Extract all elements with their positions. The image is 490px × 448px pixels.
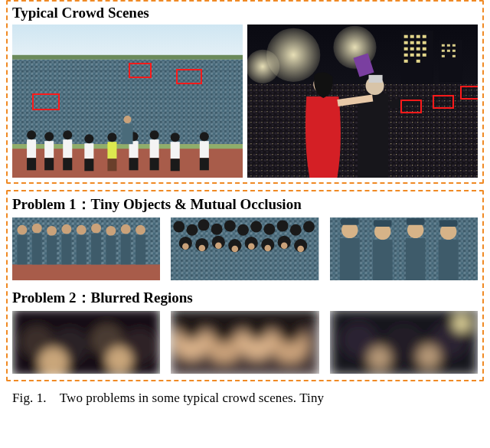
- top-row: [12, 25, 478, 178]
- svg-rect-144: [405, 238, 425, 280]
- svg-rect-140: [374, 220, 392, 227]
- svg-rect-60: [404, 54, 408, 57]
- svg-rect-54: [416, 41, 420, 44]
- svg-rect-58: [416, 47, 420, 51]
- svg-point-89: [32, 224, 42, 234]
- annotation-box: [460, 86, 478, 100]
- svg-point-18: [44, 132, 54, 141]
- caption-prefix: Fig. 1.: [12, 391, 47, 405]
- svg-point-110: [211, 224, 223, 235]
- svg-rect-22: [84, 143, 93, 159]
- svg-point-115: [277, 220, 289, 231]
- svg-rect-59: [423, 47, 426, 51]
- problem2-title: Problem 2：Blurred Regions: [12, 288, 478, 308]
- svg-point-94: [106, 226, 116, 236]
- svg-point-130: [248, 243, 255, 250]
- svg-point-108: [187, 224, 198, 236]
- svg-rect-68: [447, 44, 450, 47]
- svg-point-41: [123, 116, 131, 123]
- svg-point-77: [247, 50, 279, 83]
- svg-rect-47: [401, 31, 433, 84]
- svg-point-92: [77, 225, 87, 235]
- svg-rect-19: [63, 139, 72, 158]
- svg-rect-143: [407, 218, 425, 225]
- svg-rect-51: [423, 35, 426, 38]
- svg-point-107: [174, 221, 185, 232]
- svg-point-162: [213, 320, 236, 343]
- svg-point-96: [136, 225, 145, 235]
- caption-text: Two problems in some typical crowd scene…: [60, 391, 324, 405]
- svg-point-88: [17, 225, 27, 235]
- svg-rect-52: [404, 41, 408, 44]
- crop-p2-1: [12, 311, 160, 374]
- svg-point-161: [180, 317, 203, 340]
- annotation-box: [400, 100, 422, 113]
- svg-rect-14: [27, 158, 36, 170]
- svg-point-112: [237, 224, 249, 236]
- svg-rect-31: [150, 139, 159, 158]
- svg-rect-25: [107, 142, 116, 159]
- svg-rect-37: [200, 141, 209, 158]
- svg-rect-61: [410, 54, 414, 57]
- bottom-panel: Problem 1：Tiny Objects & Mutual Occlusio…: [6, 190, 484, 381]
- annotation-box: [129, 63, 152, 78]
- svg-point-90: [47, 226, 57, 236]
- svg-point-114: [264, 224, 276, 235]
- crop-p1-2: [171, 217, 318, 280]
- svg-rect-26: [107, 159, 116, 171]
- top-panel: Typical Crowd Scenes: [6, 0, 484, 184]
- svg-point-170: [417, 345, 440, 368]
- svg-rect-23: [84, 159, 93, 171]
- svg-rect-99: [47, 236, 57, 265]
- svg-point-132: [281, 242, 288, 249]
- svg-point-21: [63, 130, 72, 139]
- annotation-box: [176, 69, 202, 84]
- crop-p1-1: [12, 217, 160, 280]
- svg-point-111: [224, 220, 236, 231]
- svg-rect-103: [106, 236, 116, 265]
- svg-rect-29: [129, 158, 139, 170]
- svg-point-15: [27, 130, 36, 139]
- svg-rect-147: [438, 240, 458, 280]
- svg-rect-81: [369, 75, 383, 83]
- svg-rect-141: [373, 240, 393, 280]
- svg-rect-32: [150, 158, 159, 170]
- svg-rect-70: [442, 50, 445, 52]
- svg-point-109: [198, 219, 210, 231]
- svg-rect-5: [12, 55, 243, 60]
- svg-rect-73: [442, 55, 445, 57]
- svg-point-171: [453, 316, 469, 332]
- svg-rect-97: [17, 235, 27, 265]
- svg-point-27: [107, 132, 116, 142]
- svg-point-164: [279, 320, 302, 343]
- svg-rect-56: [404, 47, 408, 51]
- problem1-title: Problem 1：Tiny Objects & Mutual Occlusio…: [12, 195, 478, 214]
- svg-point-133: [298, 246, 305, 253]
- svg-rect-69: [452, 44, 456, 47]
- svg-point-117: [303, 221, 315, 232]
- svg-point-95: [121, 224, 131, 234]
- svg-rect-57: [410, 47, 414, 51]
- svg-rect-79: [358, 93, 388, 178]
- svg-rect-49: [410, 35, 414, 38]
- svg-point-116: [290, 224, 302, 236]
- svg-rect-64: [404, 60, 408, 63]
- figure-1: Typical Crowd Scenes: [0, 0, 490, 406]
- svg-rect-62: [416, 54, 420, 57]
- svg-point-24: [84, 134, 93, 143]
- crop-p2-3: [330, 311, 478, 374]
- svg-point-93: [91, 224, 101, 234]
- problem2-row: [12, 311, 478, 374]
- svg-rect-38: [200, 158, 209, 170]
- svg-point-163: [246, 317, 269, 340]
- scene-right: [247, 25, 478, 178]
- svg-point-91: [61, 224, 71, 234]
- svg-rect-53: [410, 41, 414, 44]
- svg-point-36: [171, 132, 180, 142]
- top-title: Typical Crowd Scenes: [12, 5, 478, 21]
- svg-rect-138: [340, 238, 360, 280]
- svg-point-154: [106, 346, 132, 372]
- svg-point-126: [182, 243, 189, 250]
- svg-rect-17: [44, 158, 54, 170]
- svg-point-169: [368, 346, 390, 369]
